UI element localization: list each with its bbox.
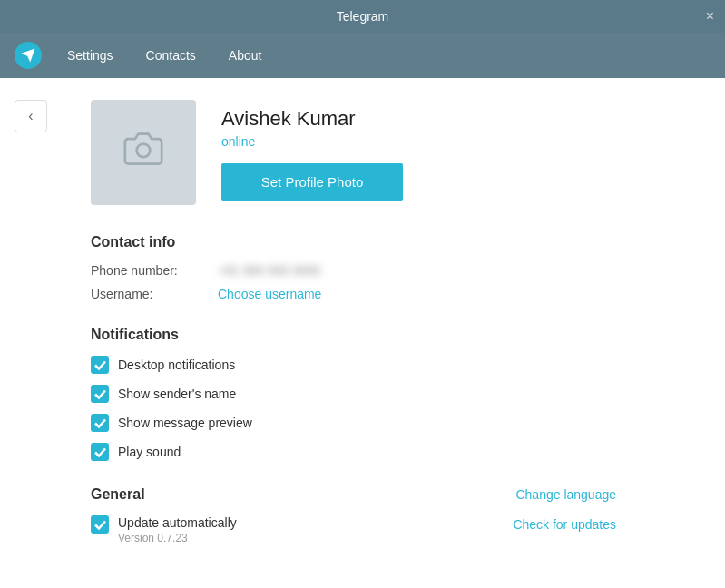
update-info: Update automatically Version 0.7.23 <box>118 515 237 544</box>
profile-info: Avishek Kumar online Set Profile Photo <box>221 100 403 201</box>
version-label: Version 0.7.23 <box>118 532 237 544</box>
update-automatically-label: Update automatically <box>118 515 237 530</box>
check-for-updates-link[interactable]: Check for updates <box>513 515 616 532</box>
checkbox-row-play-sound: Play sound <box>91 443 689 461</box>
general-title: General <box>91 486 145 503</box>
checkbox-play-sound[interactable] <box>91 443 109 461</box>
profile-name: Avishek Kumar <box>221 107 403 131</box>
profile-status: online <box>221 134 403 149</box>
notifications-section: Desktop notifications Show sender's name… <box>36 356 689 461</box>
camera-icon <box>123 129 163 177</box>
contact-info-section: Phone number: +91 900 000 0000 Username:… <box>36 263 689 301</box>
profile-section: Avishek Kumar online Set Profile Photo <box>36 100 689 205</box>
checkbox-desktop[interactable] <box>91 356 109 374</box>
menu-item-contacts[interactable]: Contacts <box>132 41 211 70</box>
svg-point-0 <box>137 143 151 157</box>
username-row: Username: Choose username <box>91 287 689 301</box>
content-area: ‹ Avishek Kumar online Set Profile Photo… <box>0 78 725 588</box>
phone-row: Phone number: +91 900 000 0000 <box>91 263 689 278</box>
checkbox-message-preview[interactable] <box>91 414 109 432</box>
show-message-preview-label: Show message preview <box>118 416 252 430</box>
general-section: General Change language Update automatic… <box>36 486 689 544</box>
app-title: Telegram <box>337 9 389 24</box>
update-row-wrapper: Update automatically Version 0.7.23 Chec… <box>91 515 689 544</box>
choose-username-link[interactable]: Choose username <box>218 287 321 301</box>
checkbox-update-automatically[interactable] <box>91 515 109 534</box>
app-logo <box>15 42 42 69</box>
back-icon: ‹ <box>28 108 33 124</box>
desktop-notifications-label: Desktop notifications <box>118 358 235 372</box>
set-profile-photo-button[interactable]: Set Profile Photo <box>221 163 403 201</box>
close-button[interactable]: × <box>706 8 714 24</box>
telegram-icon <box>20 47 36 64</box>
menu-bar: Settings Contacts About <box>0 33 725 78</box>
back-button[interactable]: ‹ <box>15 100 47 132</box>
checkbox-row-desktop: Desktop notifications <box>91 356 689 374</box>
contact-info-title: Contact info <box>36 234 689 250</box>
checkbox-sender-name[interactable] <box>91 385 109 403</box>
show-senders-name-label: Show sender's name <box>118 387 236 401</box>
username-label: Username: <box>91 287 218 301</box>
phone-label: Phone number: <box>91 263 218 278</box>
notifications-title: Notifications <box>36 327 689 343</box>
checkbox-row-sender-name: Show sender's name <box>91 385 689 403</box>
title-bar: Telegram × <box>0 0 725 33</box>
checkbox-row-message-preview: Show message preview <box>91 414 689 432</box>
change-language-link[interactable]: Change language <box>515 487 616 502</box>
menu-item-about[interactable]: About <box>214 41 277 70</box>
play-sound-label: Play sound <box>118 445 181 459</box>
menu-item-settings[interactable]: Settings <box>53 41 128 70</box>
update-row: Update automatically Version 0.7.23 <box>91 515 237 544</box>
general-header: General Change language <box>91 486 689 503</box>
phone-value: +91 900 000 0000 <box>218 263 320 278</box>
avatar-container <box>91 100 196 205</box>
